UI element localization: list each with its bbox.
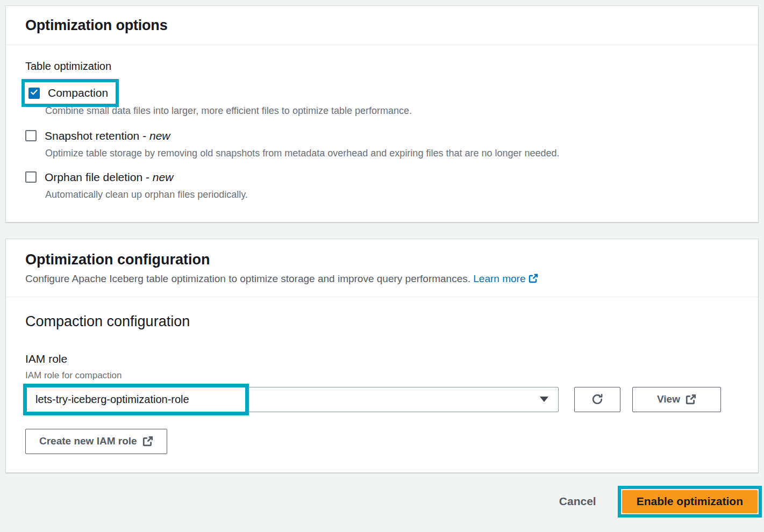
orphan-deletion-row: Orphan file deletion - new xyxy=(25,171,739,184)
new-badge: new xyxy=(149,130,170,142)
iam-role-row: lets-try-iceberg-optimization-role View xyxy=(25,387,739,412)
compaction-configuration-title: Compaction configuration xyxy=(25,313,739,330)
refresh-icon xyxy=(591,393,604,406)
iam-role-description: IAM role for compaction xyxy=(25,370,739,381)
new-badge: new xyxy=(153,171,174,183)
learn-more-link[interactable]: Learn more xyxy=(473,273,538,284)
dropdown-caret-icon xyxy=(540,397,548,402)
external-link-icon xyxy=(529,274,538,283)
iam-role-selected-value: lets-try-iceberg-optimization-role xyxy=(35,393,189,406)
compaction-checkbox[interactable] xyxy=(28,88,40,99)
orphan-deletion-description: Automatically clean up orphan files peri… xyxy=(45,188,561,203)
optimization-configuration-description: Configure Apache Iceberg table optimizat… xyxy=(25,273,739,285)
options-content: Table optimization Compaction Combine sm… xyxy=(6,45,758,222)
optimization-options-card: Optimization options Table optimization … xyxy=(5,5,759,222)
form-actions: Cancel Enable optimization xyxy=(5,486,762,517)
compaction-label[interactable]: Compaction xyxy=(48,87,108,99)
optimization-options-header: Optimization options xyxy=(6,6,758,45)
optimization-configuration-title: Optimization configuration xyxy=(25,251,739,268)
orphan-deletion-checkbox[interactable] xyxy=(25,171,37,183)
orphan-deletion-label[interactable]: Orphan file deletion - new xyxy=(45,171,173,184)
compaction-annotation-box: Compaction xyxy=(22,79,119,107)
snapshot-retention-label[interactable]: Snapshot retention - new xyxy=(45,130,170,142)
table-optimization-label: Table optimization xyxy=(25,60,739,73)
external-link-icon xyxy=(686,394,696,405)
check-icon xyxy=(30,88,38,98)
optimization-options-title: Optimization options xyxy=(25,17,739,34)
compaction-configuration-section: Compaction configuration IAM role IAM ro… xyxy=(6,297,758,472)
iam-role-select[interactable]: lets-try-iceberg-optimization-role xyxy=(25,387,559,412)
refresh-button[interactable] xyxy=(574,387,620,412)
create-iam-role-button[interactable]: Create new IAM role xyxy=(25,429,167,454)
optimization-configuration-header: Optimization configuration Configure Apa… xyxy=(6,239,758,297)
optimization-configuration-card: Optimization configuration Configure Apa… xyxy=(5,239,759,473)
enable-optimization-button[interactable]: Enable optimization xyxy=(622,490,758,513)
snapshot-retention-row: Snapshot retention - new xyxy=(25,130,739,142)
snapshot-retention-checkbox[interactable] xyxy=(25,130,37,141)
iam-role-label: IAM role xyxy=(25,353,739,365)
cancel-button[interactable]: Cancel xyxy=(559,495,596,508)
view-button[interactable]: View xyxy=(632,387,721,412)
external-link-icon xyxy=(142,436,153,447)
submit-annotation-box: Enable optimization xyxy=(618,486,762,517)
compaction-description: Combine small data files into larger, mo… xyxy=(45,104,561,119)
snapshot-retention-description: Optimize table storage by removing old s… xyxy=(45,146,561,161)
iam-role-select-wrap: lets-try-iceberg-optimization-role xyxy=(25,387,559,412)
